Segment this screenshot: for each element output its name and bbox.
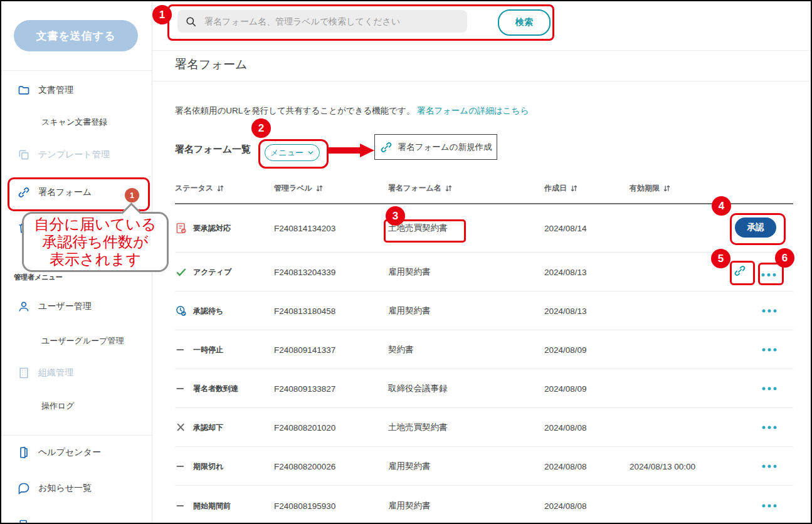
more-actions-button[interactable]	[760, 425, 779, 431]
send-document-button[interactable]: 文書を送信する	[14, 20, 138, 51]
sidebar-item-user-group-management[interactable]: ユーザーグループ管理	[41, 333, 124, 348]
description-text: 署名依頼用のURLを発行して共有することができる機能です。	[175, 106, 414, 115]
management-label-cell: F240808200026	[274, 462, 335, 471]
sidebar-item-label: 署名フォーム	[38, 187, 92, 198]
table-row: 開始期間前 F240808195930 雇用契約書 2024/08/08	[175, 485, 793, 524]
copy-icon	[18, 149, 30, 161]
book-icon	[18, 446, 30, 459]
column-header-label[interactable]: 管理ラベル	[274, 183, 324, 194]
approve-button[interactable]: 承認	[735, 217, 776, 238]
search-button[interactable]: 検索	[498, 9, 551, 36]
column-header-created[interactable]: 作成日	[544, 183, 578, 194]
search-icon	[185, 16, 197, 28]
menu-dropdown-button[interactable]: メニュー	[265, 144, 320, 161]
bubble-text-line: 表示されます	[50, 251, 141, 268]
status-label: 承認待ち	[193, 306, 223, 317]
expiry-cell: 2024/08/13 00:00	[630, 462, 695, 471]
dash-icon	[175, 460, 187, 473]
sidebar-item-label: 文書管理	[38, 85, 73, 96]
sidebar-item-user-management[interactable]: ユーザー管理	[18, 299, 92, 314]
more-actions-button[interactable]	[760, 464, 779, 469]
created-date-cell: 2024/08/09	[544, 345, 587, 355]
sort-icon	[663, 184, 671, 192]
user-icon	[18, 300, 30, 313]
status-label: アクティブ	[193, 267, 231, 278]
status-cell: 開始期間前	[175, 500, 231, 512]
table-row: 承認待ち F240813180458 雇用契約書 2024/08/13	[175, 291, 793, 330]
table-row: 期限切れ F240808200026 雇用契約書 2024/08/08 2024…	[175, 446, 793, 486]
sidebar-item-org-management[interactable]: 組織管理	[18, 365, 73, 380]
sidebar-item-label: ユーザーグループ管理	[41, 335, 124, 347]
search-bar	[177, 10, 467, 33]
sidebar-item-news-list[interactable]: お知らせ一覧	[18, 481, 92, 496]
more-actions-button[interactable]	[760, 386, 779, 392]
management-label-cell: F240809141337	[274, 345, 335, 355]
sidebar-divider	[1, 435, 152, 436]
column-header-status[interactable]: ステータス	[175, 183, 224, 194]
table-row: 一時停止 F240809141337 契約書 2024/08/09	[175, 330, 793, 369]
create-button-label: 署名フォームの新規作成	[398, 142, 492, 153]
status-cell: アクティブ	[175, 266, 231, 278]
sidebar-item-label: テンプレート管理	[38, 149, 110, 160]
form-name-cell: 雇用契約書	[388, 461, 431, 472]
status-cell: 署名者数到達	[175, 382, 238, 395]
sidebar-item-label: 組織管理	[38, 367, 73, 379]
dash-icon	[175, 382, 187, 395]
column-header-label: 作成日	[544, 183, 567, 194]
sidebar-item-operation-log[interactable]: 操作ログ	[41, 399, 75, 414]
annotation-number-6: 6	[775, 248, 794, 268]
status-cell: 期限切れ	[175, 460, 223, 473]
sidebar-item-scan-register[interactable]: スキャン文書登録	[41, 115, 107, 130]
status-label: 期限切れ	[193, 461, 223, 472]
column-header-expiry[interactable]: 有効期限	[630, 183, 671, 194]
bubble-text-line: 承認待ち件数が	[42, 233, 148, 251]
detail-link[interactable]: 署名フォームの詳細はこちら	[417, 106, 529, 115]
copy-link-icon[interactable]	[734, 265, 746, 277]
sidebar-item-signature-form[interactable]: 署名フォーム	[18, 185, 92, 200]
table-row: 署名者数到達 F240809133827 取締役会議事録 2024/08/09	[175, 369, 793, 408]
annotation-number-1: 1	[152, 5, 172, 24]
form-name-cell: 契約書	[388, 344, 414, 355]
sidebar-item-help-center[interactable]: ヘルプセンター	[18, 445, 101, 460]
bubble-text-line: 自分に届いている	[34, 216, 157, 233]
sidebar-item-partial[interactable]	[18, 518, 30, 524]
status-label: 承認却下	[193, 422, 223, 433]
management-label-cell: F240813180458	[274, 307, 335, 316]
column-header-label: 管理ラベル	[274, 183, 312, 194]
link-icon	[380, 141, 393, 154]
menu-button-label: メニュー	[270, 147, 303, 159]
admin-menu-section-label: 管理者メニュー	[14, 273, 63, 282]
status-label: 開始期間前	[193, 501, 231, 511]
building-icon	[18, 367, 30, 379]
column-header-form-name[interactable]: 署名フォーム名	[388, 183, 453, 194]
x-icon	[175, 421, 187, 434]
column-header-label: 有効期限	[630, 183, 660, 194]
feature-description: 署名依頼用のURLを発行して共有することができる機能です。 署名フォームの詳細は…	[175, 105, 529, 117]
sidebar-item-template-management[interactable]: テンプレート管理	[18, 147, 110, 162]
link-icon	[18, 186, 30, 199]
search-input[interactable]	[203, 16, 444, 27]
status-cell: 承認待ち	[175, 305, 223, 317]
created-date-cell: 2024/08/08	[544, 423, 587, 432]
sidebar-item-document-management[interactable]: 文書管理	[18, 83, 73, 98]
dash-icon	[175, 343, 187, 356]
more-actions-button[interactable]	[760, 347, 779, 353]
more-actions-button[interactable]	[761, 269, 777, 280]
check-icon	[175, 266, 187, 278]
form-name-cell: 雇用契約書	[388, 500, 431, 511]
column-header-label: ステータス	[175, 183, 213, 194]
create-signature-form-button[interactable]: 署名フォームの新規作成	[374, 134, 497, 160]
app-window: 文書を送信する 文書管理 スキャン文書登録 テンプレート管理 署名フォーム 1	[0, 0, 812, 524]
more-actions-button[interactable]	[760, 308, 779, 314]
sidebar-item-label: スキャン文書登録	[41, 117, 107, 128]
clock-check-icon	[175, 305, 187, 317]
status-cell: 一時停止	[175, 343, 223, 356]
annotation-number-4: 4	[712, 196, 731, 216]
title-divider	[152, 81, 812, 81]
sort-icon	[445, 184, 453, 192]
column-header-label: 署名フォーム名	[388, 183, 441, 194]
status-label: 一時停止	[193, 345, 223, 355]
sidebar-item-label: ヘルプセンター	[38, 447, 101, 458]
sort-icon	[216, 184, 224, 192]
more-actions-button[interactable]	[760, 503, 779, 509]
